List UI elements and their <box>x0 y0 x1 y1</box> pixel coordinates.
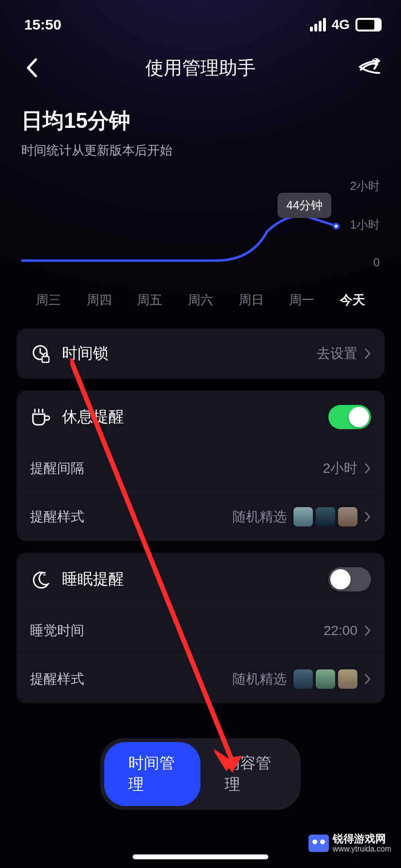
x-tick[interactable]: 周一 <box>277 292 327 309</box>
back-button[interactable] <box>19 58 44 78</box>
status-bar: 15:50 4G 76 <box>0 0 401 39</box>
svg-text:z: z <box>43 570 46 577</box>
chevron-right-icon <box>364 348 371 359</box>
x-tick-active[interactable]: 今天 <box>327 292 378 309</box>
rest-toggle[interactable] <box>328 405 371 429</box>
page-title: 使用管理助手 <box>44 56 357 80</box>
status-time: 15:50 <box>24 16 62 33</box>
network-label: 4G <box>332 17 350 32</box>
usage-chart: 2小时 1小时 0 44分钟 周三 周四 周五 周六 周日 周一 今天 <box>21 183 380 299</box>
watermark-name: 锐得游戏网 <box>333 833 391 845</box>
sleep-style-thumbs <box>293 669 357 689</box>
thumb-icon <box>338 507 357 527</box>
settings-list: 时间锁 去设置 休息提醒 提醒间隔 2小时 <box>0 299 401 713</box>
battery-icon: 76 <box>355 18 382 31</box>
timelock-card: 时间锁 去设置 <box>16 328 385 379</box>
rest-interval-value: 2小时 <box>323 459 357 478</box>
timelock-action: 去设置 <box>317 344 357 363</box>
watermark: 锐得游戏网 www.ytruida.com <box>308 833 391 853</box>
x-tick[interactable]: 周三 <box>23 292 74 309</box>
chart-x-axis: 周三 周四 周五 周六 周日 周一 今天 <box>21 282 380 309</box>
x-tick[interactable]: 周四 <box>74 292 125 309</box>
home-indicator[interactable] <box>133 854 268 859</box>
sleep-card: z 睡眠提醒 睡觉时间 22:00 提醒样式 随机精选 <box>16 553 385 703</box>
tab-time-management[interactable]: 时间管理 <box>104 742 200 806</box>
x-tick[interactable]: 周五 <box>124 292 175 309</box>
chart-active-dot <box>333 223 339 230</box>
bottom-tab-bar: 时间管理 内容管理 <box>100 738 301 810</box>
rest-label: 休息提醒 <box>62 406 124 428</box>
timelock-label: 时间锁 <box>62 343 108 364</box>
summary-title: 日均15分钟 <box>21 107 380 135</box>
sleep-toggle-row: z 睡眠提醒 <box>16 553 385 606</box>
thumb-icon <box>316 669 335 689</box>
thumb-icon <box>338 669 357 689</box>
summary-subtitle: 时间统计从更新版本后开始 <box>21 142 380 159</box>
sleep-toggle[interactable] <box>328 567 371 591</box>
thumb-icon <box>293 669 313 689</box>
share-button[interactable] <box>357 58 382 78</box>
timelock-row[interactable]: 时间锁 去设置 <box>16 328 385 379</box>
rest-style-label: 提醒样式 <box>30 508 84 526</box>
signal-icon <box>310 18 326 31</box>
rest-card: 休息提醒 提醒间隔 2小时 提醒样式 随机精选 <box>16 390 385 541</box>
battery-level: 76 <box>356 19 381 31</box>
timelock-icon <box>30 344 50 363</box>
thumb-icon <box>293 507 313 527</box>
x-tick[interactable]: 周六 <box>175 292 226 309</box>
sleep-style-value: 随机精选 <box>232 670 287 688</box>
y-tick-2h: 2小时 <box>350 178 380 194</box>
nav-bar: 使用管理助手 <box>0 39 401 92</box>
chevron-left-icon <box>25 58 38 78</box>
svg-rect-1 <box>42 356 49 362</box>
share-icon <box>358 58 381 78</box>
sleep-style-label: 提醒样式 <box>30 670 84 688</box>
sleep-time-row[interactable]: 睡觉时间 22:00 <box>16 606 385 654</box>
rest-style-thumbs <box>293 507 357 527</box>
x-tick[interactable]: 周日 <box>226 292 277 309</box>
cup-icon <box>30 407 50 427</box>
watermark-logo-icon <box>308 835 329 852</box>
y-tick-0: 0 <box>373 256 380 269</box>
rest-interval-label: 提醒间隔 <box>30 459 84 478</box>
y-tick-1h: 1小时 <box>350 217 380 232</box>
watermark-url: www.ytruida.com <box>333 845 391 853</box>
rest-style-row[interactable]: 提醒样式 随机精选 <box>16 492 385 541</box>
sleep-label: 睡眠提醒 <box>62 569 124 590</box>
rest-interval-row[interactable]: 提醒间隔 2小时 <box>16 444 385 492</box>
moon-icon: z <box>30 570 50 589</box>
chevron-right-icon <box>364 463 371 474</box>
chart-tooltip: 44分钟 <box>278 193 331 218</box>
thumb-icon <box>316 507 335 527</box>
summary-section: 日均15分钟 时间统计从更新版本后开始 <box>0 92 401 164</box>
sleep-style-row[interactable]: 提醒样式 随机精选 <box>16 654 385 703</box>
sleep-time-value: 22:00 <box>324 623 357 638</box>
chevron-right-icon <box>364 511 371 523</box>
rest-style-value: 随机精选 <box>232 508 287 526</box>
sleep-time-label: 睡觉时间 <box>30 621 84 640</box>
chevron-right-icon <box>364 673 371 685</box>
chevron-right-icon <box>364 625 371 636</box>
tab-content-management[interactable]: 内容管理 <box>200 742 297 806</box>
rest-toggle-row: 休息提醒 <box>16 390 385 444</box>
status-right: 4G 76 <box>310 17 382 32</box>
